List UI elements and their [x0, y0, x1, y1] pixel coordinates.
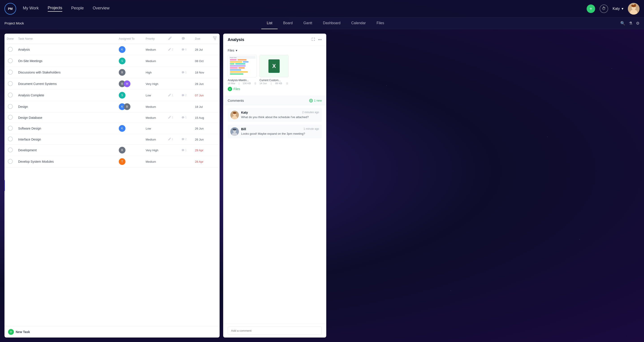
nav-projects[interactable]: Projects: [48, 6, 62, 12]
tab-board[interactable]: Board: [278, 18, 298, 29]
user-avatar[interactable]: [628, 3, 640, 14]
nav-overview[interactable]: Overview: [93, 6, 110, 12]
file-preview-excel[interactable]: X: [260, 55, 288, 77]
task-due-date: 26 Jun: [195, 138, 204, 141]
delete-file-1[interactable]: 🗑: [286, 82, 288, 85]
task-comments: 1: [179, 67, 193, 78]
files-dropdown[interactable]: Files ▾: [228, 49, 322, 52]
task-assignee: K: [116, 44, 144, 55]
task-edits: [166, 101, 179, 112]
comment-text-0: What do you think about the schedule I'v…: [241, 115, 319, 119]
svg-rect-13: [238, 59, 246, 60]
new-task-label: New Task: [16, 330, 30, 334]
task-comments: [179, 156, 193, 168]
task-due-date: 18 Jul: [195, 105, 203, 108]
comment-author-0: Katy: [241, 111, 248, 114]
timer-button[interactable]: ⏱: [600, 4, 608, 13]
new-count: 1 new: [314, 99, 322, 102]
nav-people[interactable]: People: [71, 6, 84, 12]
svg-text:Project Gantt: Project Gantt: [230, 57, 237, 58]
svg-rect-22: [230, 71, 248, 72]
chevron-down-icon: ▾: [622, 6, 624, 11]
svg-point-4: [631, 5, 634, 6]
table-row[interactable]: Discussions with StakeholdersBHigh 118 N…: [4, 67, 220, 78]
task-priority: Medium: [146, 160, 156, 164]
task-edits: [166, 67, 179, 78]
table-row[interactable]: AnalysisKMedium 2 628 Jul: [4, 44, 220, 55]
task-comments: 1: [179, 112, 193, 123]
new-task-button[interactable]: +: [8, 329, 14, 335]
task-checkbox[interactable]: [8, 81, 13, 86]
table-row[interactable]: Interface DesignMedium 1 226 Jun: [4, 134, 220, 144]
comment-input[interactable]: [228, 326, 322, 335]
nav-my-work[interactable]: My Work: [23, 6, 39, 12]
tab-calendar[interactable]: Calendar: [346, 18, 371, 29]
table-row[interactable]: Analysis CompleteSLow 1 207 Jun: [4, 90, 220, 101]
task-checkbox[interactable]: [8, 115, 13, 120]
task-comments: [179, 101, 193, 112]
table-row[interactable]: Design DatabaseMedium 1 115 Aug: [4, 112, 220, 123]
tab-list[interactable]: List: [261, 18, 278, 29]
comment-time-1: 1 minute ago: [304, 127, 319, 131]
search-icon[interactable]: 🔍: [620, 21, 625, 26]
task-checkbox[interactable]: [8, 159, 13, 164]
task-checkbox[interactable]: [8, 104, 13, 109]
new-task-row[interactable]: + New Task: [4, 326, 220, 338]
task-table-scroll: Done Task Name Assigned To Priority Due: [4, 34, 220, 326]
task-name-label: Design Database: [18, 116, 42, 120]
file-meta-0: 18 Mar | 106 KB 🗑: [228, 82, 257, 85]
task-checkbox[interactable]: [8, 148, 13, 152]
sub-nav-tabs: List Board Gantt Dashboard Calendar File…: [31, 18, 620, 29]
add-files-plus-icon: +: [228, 87, 232, 91]
side-expand-tab[interactable]: ▶: [4, 180, 5, 191]
task-name-label: Analysis Complete: [18, 94, 44, 97]
task-checkbox[interactable]: [8, 92, 13, 98]
svg-rect-18: [230, 65, 246, 66]
svg-rect-16: [230, 63, 234, 64]
expand-icon[interactable]: [311, 37, 315, 42]
add-files-button[interactable]: + Files: [228, 85, 322, 93]
file-preview-gantt[interactable]: Project Gantt: [228, 55, 257, 77]
task-checkbox[interactable]: [8, 70, 13, 75]
tab-gantt[interactable]: Gantt: [298, 18, 318, 29]
comment-text-1: Looks good! Maybe expand on the 3pm meet…: [241, 132, 319, 136]
svg-rect-17: [235, 63, 245, 64]
filter-icon[interactable]: ⚗: [629, 21, 632, 26]
user-name: Katy: [613, 7, 620, 11]
table-row[interactable]: Document Current SystemsBMVery High28 Ju…: [4, 78, 220, 90]
analysis-panel: Analysis ••• Files ▾: [223, 34, 326, 338]
file-meta-1: 14 Jun | 89 KB 🗑: [260, 82, 288, 85]
files-label: Files: [228, 49, 234, 52]
delete-file-0[interactable]: 🗑: [254, 82, 257, 85]
task-checkbox[interactable]: [8, 126, 13, 131]
sub-navigation: Project Mock List Board Gantt Dashboard …: [0, 18, 644, 29]
tab-files[interactable]: Files: [371, 18, 390, 29]
add-button[interactable]: +: [587, 4, 595, 13]
task-assignee: B: [116, 144, 144, 156]
user-menu[interactable]: Katy ▾: [613, 6, 624, 11]
app-logo: PM: [4, 3, 16, 14]
task-checkbox[interactable]: [8, 58, 13, 63]
task-checkbox[interactable]: [8, 47, 13, 52]
task-edits: 1: [166, 112, 179, 123]
table-row[interactable]: On-Site MeetingsSMedium08 Oct: [4, 55, 220, 67]
comment-meta-1: Bill 1 minute ago: [241, 127, 319, 131]
tab-dashboard[interactable]: Dashboard: [318, 18, 346, 29]
task-checkbox[interactable]: [8, 136, 13, 142]
table-row[interactable]: Software DesignKLow26 Jun: [4, 123, 220, 134]
task-priority: Medium: [146, 48, 156, 51]
more-options-icon[interactable]: •••: [318, 38, 322, 42]
comment-item-1: Bill 1 minute ago Looks good! Maybe expa…: [228, 124, 322, 138]
settings-icon[interactable]: ⚙: [636, 21, 640, 26]
task-assignee: S: [116, 90, 144, 101]
table-row[interactable]: DesignKBMedium18 Jul: [4, 101, 220, 112]
comments-list: Katy 2 minutes ago What do you think abo…: [223, 105, 326, 324]
task-name-label: Discussions with Stakeholders: [18, 70, 60, 74]
table-row[interactable]: DevelopmentBVery High 129 Apr: [4, 144, 220, 156]
col-filter[interactable]: [211, 34, 220, 44]
task-due-date: 07 Jun: [195, 94, 204, 97]
task-priority: Medium: [146, 105, 156, 108]
col-priority: Priority: [144, 34, 166, 44]
table-row[interactable]: Develop System ModulesTMedium28 Apr: [4, 156, 220, 168]
files-grid: Project Gantt: [228, 55, 322, 85]
